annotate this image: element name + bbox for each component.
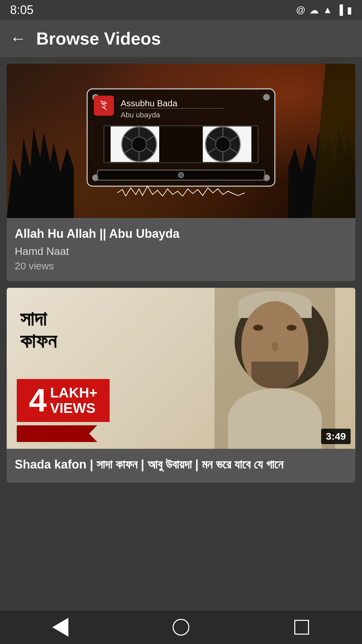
bengali-text-overlay: সাদাকাফন bbox=[20, 308, 57, 352]
person-figure bbox=[215, 288, 335, 449]
svg-point-22 bbox=[216, 137, 230, 152]
svg-text:ই: ই bbox=[101, 99, 107, 112]
views-banner: 4 LAKH+ VIEWS bbox=[17, 379, 110, 422]
views-text-block: LAKH+ VIEWS bbox=[50, 385, 97, 416]
video-thumbnail-2: সাদাকাফন 4 LAKH+ VIEWS 3:49 bbox=[7, 288, 355, 449]
status-icons: @ ☁ ▲ ▐ ▮ bbox=[296, 5, 352, 16]
video-thumbnail-1: ই Assubhu Bada Abu ubayda bbox=[7, 64, 355, 218]
video-card-2[interactable]: সাদাকাফন 4 LAKH+ VIEWS 3:49 Shada kafon … bbox=[7, 288, 355, 483]
svg-point-14 bbox=[132, 137, 146, 152]
nav-bar bbox=[0, 610, 362, 644]
nav-back-icon bbox=[52, 618, 68, 637]
page-title: Browse Videos bbox=[36, 29, 161, 49]
video-info-1: Allah Hu Allah || Abu Ubayda Hamd Naat 2… bbox=[7, 218, 355, 281]
svg-point-2 bbox=[263, 94, 270, 101]
nav-back-button[interactable] bbox=[47, 614, 74, 641]
header: ← Browse Videos bbox=[0, 20, 362, 57]
nav-recent-icon bbox=[294, 620, 309, 635]
video-title-1: Allah Hu Allah || Abu Ubayda bbox=[15, 226, 347, 242]
video-channel-1: Hamd Naat bbox=[15, 245, 347, 258]
svg-point-30 bbox=[178, 172, 184, 178]
nav-recent-button[interactable] bbox=[288, 614, 315, 641]
status-time: 8:05 bbox=[10, 3, 34, 17]
views-number: 4 bbox=[29, 384, 47, 417]
views-lakh: LAKH+ bbox=[50, 385, 97, 400]
cloud-icon: ☁ bbox=[309, 5, 319, 16]
duration-badge: 3:49 bbox=[321, 429, 351, 444]
video-views-1: 20 views bbox=[15, 260, 347, 272]
content-area: ই Assubhu Bada Abu ubayda bbox=[0, 57, 362, 489]
video-card-1[interactable]: ই Assubhu Bada Abu ubayda bbox=[7, 64, 355, 281]
sepia-overlay bbox=[215, 288, 335, 449]
nav-home-button[interactable] bbox=[168, 614, 194, 641]
battery-icon: ▮ bbox=[347, 5, 352, 16]
status-bar: 8:05 @ ☁ ▲ ▐ ▮ bbox=[0, 0, 362, 20]
signal-icon: ▐ bbox=[336, 5, 343, 15]
video-title-2: Shada kafon | সাদা কাফন | আবু উবায়দা | … bbox=[15, 457, 347, 473]
at-icon: @ bbox=[296, 5, 305, 15]
video-info-2: Shada kafon | সাদা কাফন | আবু উবায়দা | … bbox=[7, 449, 355, 483]
cassette-graphic: ই Assubhu Bada Abu ubayda bbox=[84, 86, 278, 196]
svg-text:Abu ubayda: Abu ubayda bbox=[121, 111, 160, 119]
back-button[interactable]: ← bbox=[10, 31, 26, 47]
views-label: VIEWS bbox=[50, 400, 97, 416]
svg-text:Assubhu Bada: Assubhu Bada bbox=[121, 98, 178, 108]
red-ribbon bbox=[17, 425, 97, 442]
nav-home-icon bbox=[173, 619, 189, 636]
wifi-icon: ▲ bbox=[323, 5, 332, 15]
